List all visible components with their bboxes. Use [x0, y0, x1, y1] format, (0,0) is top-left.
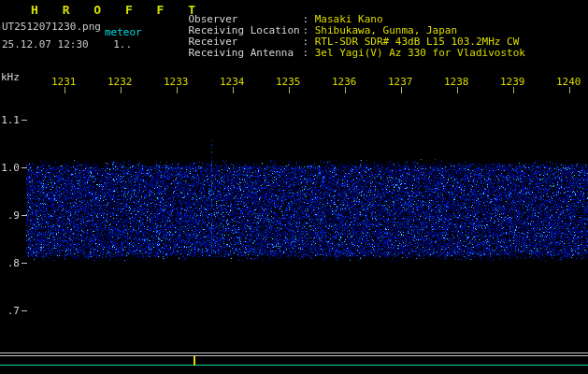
- y-tick-label: .9: [0, 209, 20, 222]
- y-tick-label: 1.0: [0, 162, 20, 174]
- output-filename: UT2512071230.png: [2, 21, 101, 33]
- header-row-antenna: Receiving Antenna: 3el Yagi(V) Az 330 fo…: [164, 36, 525, 70]
- x-tick-label: 1231: [51, 76, 77, 88]
- timestamp-line: 25.12.07 12:30 1..: [2, 38, 132, 50]
- colon-separator: :: [303, 47, 315, 59]
- mode-label: meteor: [105, 26, 142, 38]
- x-tick-label: 1232: [108, 76, 133, 88]
- x-tick-label: 1235: [276, 76, 301, 88]
- y-axis-unit-label: kHz: [1, 71, 20, 83]
- antenna-value: 3el Yagi(V) Az 330 for Vladivostok: [315, 47, 525, 59]
- y-tick-label: 1.1: [0, 114, 20, 126]
- y-tick-label: .7: [0, 305, 20, 317]
- x-tick-label: 1233: [164, 76, 189, 88]
- x-tick-label: 1238: [444, 76, 469, 88]
- hrofft-screen: H R O F F T UT2512071230.png meteor 25.1…: [0, 0, 588, 374]
- x-tick-label: 1236: [332, 76, 357, 88]
- x-tick-label: 1234: [220, 76, 245, 88]
- x-tick-label: 1237: [388, 76, 413, 88]
- x-tick-label: 1240: [556, 76, 581, 88]
- antenna-label: Receiving Antenna: [189, 48, 303, 59]
- y-tick-label: .8: [0, 257, 20, 269]
- x-tick-label: 1239: [500, 76, 525, 88]
